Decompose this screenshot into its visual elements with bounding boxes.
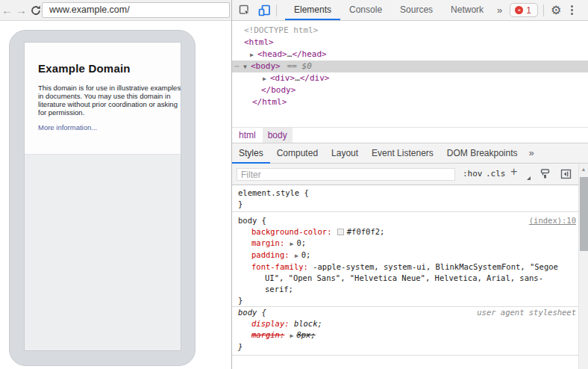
rule-close-brace: }	[238, 199, 569, 210]
element-classes-button[interactable]: .cls	[486, 169, 506, 179]
styles-pane: element.style { } body {(index):10 backg…	[232, 185, 579, 369]
tab-computed[interactable]: Computed	[270, 143, 325, 163]
expand-icon[interactable]: ▶	[290, 332, 297, 339]
back-icon[interactable]: ←	[0, 1, 14, 20]
settings-gear-icon[interactable]: ⚙	[546, 1, 566, 20]
url-text: www.example.com/	[49, 4, 130, 15]
css-property-display[interactable]: display: block;	[238, 318, 569, 329]
page-paragraph: This domain is for use in illustrative e…	[38, 84, 183, 117]
css-property-font-family[interactable]: font-family: -apple-system, system-ui, B…	[238, 261, 569, 295]
page-heading: Example Domain	[38, 62, 131, 75]
device-frame: Example Domain This domain is for use in…	[9, 30, 196, 366]
breadcrumb: html body	[232, 127, 588, 143]
styles-scrollbar[interactable]: ▲	[578, 164, 588, 369]
tree-row-html-close[interactable]: </html>	[232, 96, 588, 108]
style-rule-inline: element.style { }	[232, 185, 579, 212]
more-actions-icon[interactable]: ⋯	[234, 61, 240, 72]
error-icon: ×	[515, 6, 523, 14]
styles-toolbar: :hov .cls +	[232, 164, 588, 185]
css-property-margin-overridden[interactable]: margin: ▶8px;	[238, 329, 569, 341]
new-style-rule-dropdown-icon	[527, 176, 531, 180]
devtools-panel: Elements Console Sources Network » × 1 ⚙…	[231, 0, 588, 369]
tree-row-doctype[interactable]: <!DOCTYPE html>	[232, 25, 588, 37]
rule-close-brace: }	[238, 341, 569, 353]
more-tabs-icon[interactable]: »	[492, 1, 507, 20]
inline-style-selector[interactable]: element.style {	[238, 187, 569, 199]
toolbar-divider	[276, 4, 277, 16]
tab-elements[interactable]: Elements	[285, 0, 340, 20]
color-swatch[interactable]	[337, 229, 344, 235]
style-rule-index: body {(index):10 background-color: #f0f0…	[232, 212, 579, 307]
tab-layout[interactable]: Layout	[325, 143, 365, 163]
new-style-rule-button[interactable]: +	[510, 165, 517, 179]
sidebar-tabs: Styles Computed Layout Event Listeners D…	[232, 143, 588, 164]
tab-styles[interactable]: Styles	[232, 143, 270, 163]
reload-icon[interactable]	[28, 5, 43, 16]
stylesheet-origin-label: user agent stylesheet	[477, 307, 576, 318]
css-property-margin[interactable]: margin: ▶0;	[238, 238, 569, 249]
selected-node-hint: == $0	[287, 61, 312, 71]
page-content: Example Domain This domain is for use in…	[25, 43, 181, 155]
tab-console[interactable]: Console	[340, 0, 391, 20]
css-property-padding[interactable]: padding: ▶0;	[238, 249, 569, 261]
more-sidebar-tabs-icon[interactable]: »	[525, 143, 539, 163]
tree-row-body-selected[interactable]: ⋯▼<body>== $0	[232, 61, 588, 72]
scrollbar-thumb[interactable]	[580, 177, 588, 251]
more-information-link[interactable]: More information...	[38, 123, 97, 131]
inspect-element-icon[interactable]	[235, 1, 254, 20]
devtools-menu-icon[interactable]	[566, 5, 579, 15]
tree-row-head[interactable]: ▶<head>…</head>	[232, 49, 588, 61]
expand-icon[interactable]: ▶	[294, 252, 301, 259]
tab-network[interactable]: Network	[442, 0, 492, 20]
app: ← → www.example.com/ Example Domain This…	[0, 0, 588, 369]
collapse-icon[interactable]: ▼	[243, 61, 251, 73]
sidebar-toggle-icon[interactable]	[560, 169, 572, 182]
tab-sources[interactable]: Sources	[391, 0, 442, 20]
rule-selector[interactable]: body {(index):10	[238, 215, 569, 226]
devtools-tabs: Elements Console Sources Network	[285, 0, 492, 20]
expand-icon[interactable]: ▶	[263, 73, 270, 85]
styles-filter-input[interactable]	[237, 168, 455, 181]
stylesheet-source-link[interactable]: (index):10	[529, 215, 576, 226]
expand-icon[interactable]: ▶	[290, 241, 297, 247]
rule-selector[interactable]: body {user agent stylesheet	[238, 307, 569, 318]
toolbar-divider	[543, 4, 544, 16]
css-property-background-color[interactable]: background-color: #f0f0f2;	[238, 226, 569, 238]
address-bar[interactable]: www.example.com/	[42, 2, 230, 18]
tree-row-body-close[interactable]: </body>	[232, 84, 588, 96]
tab-event-listeners[interactable]: Event Listeners	[365, 143, 440, 163]
browser-pane: ← → www.example.com/ Example Domain This…	[0, 0, 231, 369]
toggle-element-state-button[interactable]: :hov	[463, 169, 483, 179]
tab-dom-breakpoints[interactable]: DOM Breakpoints	[440, 143, 525, 163]
tree-row-html-open[interactable]: <html>	[232, 37, 588, 49]
browser-viewport: Example Domain This domain is for use in…	[0, 22, 231, 369]
forward-icon[interactable]: →	[14, 1, 28, 20]
rule-close-brace: }	[238, 295, 569, 306]
device-screen: Example Domain This domain is for use in…	[24, 42, 181, 351]
style-rule-user-agent: body {user agent stylesheet display: blo…	[232, 307, 579, 356]
devtools-toolbar: Elements Console Sources Network » × 1 ⚙	[232, 0, 588, 21]
device-toolbar-icon[interactable]	[254, 1, 274, 20]
scrollbar-up-arrow[interactable]: ▲	[579, 167, 588, 172]
tree-row-div[interactable]: ▶<div>…</div>	[232, 72, 588, 84]
browser-toolbar: ← → www.example.com/	[0, 0, 231, 21]
expand-icon[interactable]: ▶	[250, 49, 257, 61]
elements-tree: <!DOCTYPE html> <html> ▶<head>…</head> ⋯…	[232, 22, 588, 127]
error-count: 1	[526, 5, 531, 16]
breadcrumb-body[interactable]: body	[263, 128, 293, 143]
paint-roller-icon[interactable]	[539, 168, 551, 182]
breadcrumb-html[interactable]: html	[234, 128, 261, 143]
console-error-badge[interactable]: × 1	[510, 3, 538, 17]
